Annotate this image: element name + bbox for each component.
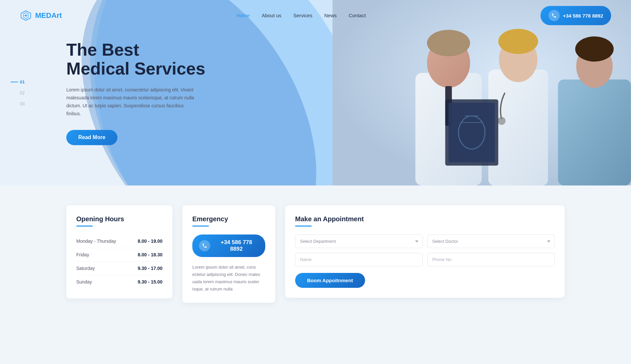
svg-point-14: [498, 117, 506, 125]
phone-icon: [548, 10, 560, 21]
hours-monday: 8.00 - 19.00: [138, 238, 162, 244]
slide-1[interactable]: 01: [20, 79, 25, 84]
appointment-underline: [295, 226, 312, 227]
select-doctor[interactable]: Select Doctor: [427, 234, 555, 248]
day-sunday: Sunday: [76, 279, 92, 285]
slide-indicators: 01 02 03: [20, 79, 25, 106]
day-monday: Monday - Thursday: [76, 238, 116, 244]
day-saturday: Saturday: [76, 266, 95, 271]
hero-description: Lorem ipsum dolor sit amet, consectetur …: [66, 86, 199, 118]
appointment-inputs: [295, 253, 555, 266]
phone-input[interactable]: [427, 253, 555, 266]
opening-hours-card: Opening Hours Monday - Thursday 8.00 - 1…: [66, 205, 172, 298]
day-friday: Friday: [76, 252, 89, 257]
emergency-description: Lorem ipsum dolor sit amet, cons ectetur…: [192, 264, 265, 293]
nav-home[interactable]: Home: [236, 13, 250, 18]
emergency-phone-icon: [199, 240, 210, 251]
nav-contact[interactable]: Contact: [348, 13, 366, 18]
hours-row-saturday: Saturday 9.30 - 17.00: [76, 262, 162, 275]
emergency-underline: [192, 226, 209, 227]
bottom-section: Opening Hours Monday - Thursday 8.00 - 1…: [0, 185, 631, 323]
main-nav: Home About us Services News Contact: [236, 13, 366, 19]
emergency-title: Emergency: [192, 215, 265, 223]
emergency-phone-number: +34 586 778 8892: [214, 239, 259, 252]
appointment-card: Make an Appointment Select Department Se…: [285, 205, 565, 298]
hero-content: The Best Medical Services Lorem ipsum do…: [66, 40, 205, 145]
emergency-card: Emergency +34 586 778 8892 Lorem ipsum d…: [182, 205, 275, 303]
svg-rect-16: [449, 103, 495, 162]
name-input[interactable]: [295, 253, 423, 266]
title-underline: [76, 226, 93, 227]
logo-icon: [20, 10, 32, 22]
logo-text: MEDArt: [35, 11, 62, 20]
svg-point-10: [498, 29, 538, 54]
nav-news[interactable]: News: [324, 13, 337, 18]
submit-appointment-button[interactable]: Boom Appoitnment: [295, 273, 365, 288]
nav-phone-number: +34 586 778 8892: [563, 13, 603, 19]
navbar: MEDArt Home About us Services News Conta…: [0, 0, 631, 185]
hours-sunday: 9.30 - 15.00: [138, 279, 162, 285]
svg-point-13: [575, 36, 614, 62]
hours-row-monday: Monday - Thursday 8.00 - 19.00: [76, 234, 162, 248]
nav-phone-button[interactable]: +34 586 778 8892: [540, 6, 611, 25]
hours-saturday: 9.30 - 17.00: [138, 266, 162, 271]
hours-friday: 8.00 - 18.30: [138, 252, 162, 257]
emergency-phone-button[interactable]: +34 586 778 8892: [192, 234, 265, 257]
nav-about[interactable]: About us: [262, 13, 281, 18]
svg-rect-11: [558, 79, 631, 185]
read-more-button[interactable]: Read More: [66, 130, 117, 145]
appointment-title: Make an Appointment: [295, 215, 555, 223]
hours-row-sunday: Sunday 9.30 - 15.00: [76, 275, 162, 288]
hours-list: Monday - Thursday 8.00 - 19.00 Friday 8.…: [76, 234, 162, 288]
appointment-selects: Select Department Select Doctor: [295, 234, 555, 248]
hours-row-friday: Friday 8.00 - 18.30: [76, 248, 162, 262]
hero-title: The Best Medical Services: [66, 40, 205, 78]
logo: MEDArt: [20, 10, 62, 22]
svg-point-6: [427, 30, 470, 56]
slide-2[interactable]: 02: [20, 90, 25, 95]
select-department[interactable]: Select Department: [295, 234, 423, 248]
opening-hours-title: Opening Hours: [76, 215, 162, 223]
nav-services[interactable]: Services: [293, 13, 312, 18]
slide-3[interactable]: 03: [20, 101, 25, 106]
